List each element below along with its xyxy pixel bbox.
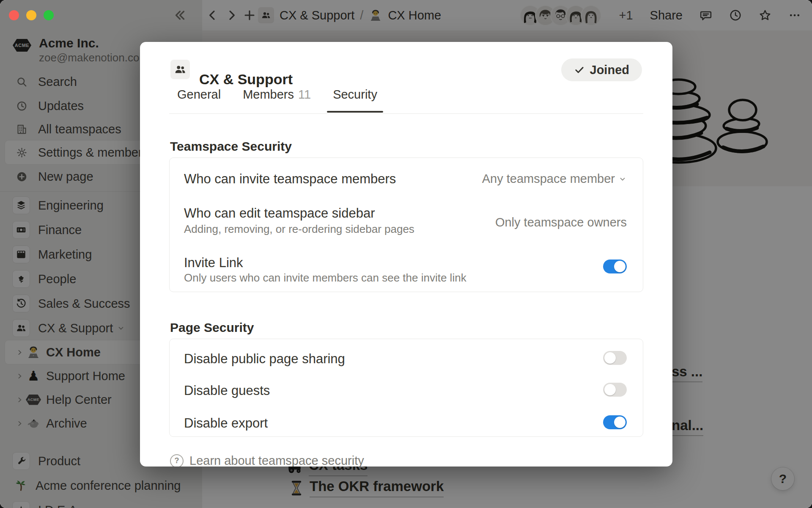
dropdown-value: Any teamspace member	[482, 172, 615, 186]
close-window-button[interactable]	[9, 10, 19, 20]
tab-security[interactable]: Security	[332, 84, 378, 113]
teamspace-security-help-link[interactable]: ? Learn about teamspace security	[170, 454, 364, 467]
sidebar-permission-value: Only teamspace owners	[495, 215, 627, 229]
setting-label: Who can invite teamspace members	[184, 171, 396, 187]
invite-link-toggle[interactable]	[603, 260, 627, 273]
tab-general[interactable]: General	[176, 84, 222, 113]
modal-tabs: General Members11 Security	[176, 84, 378, 113]
disable-public-sharing-toggle[interactable]	[603, 351, 627, 365]
disable-guests-toggle[interactable]	[603, 383, 627, 397]
setting-label: Who can edit teamspace sidebar	[184, 206, 375, 221]
members-count: 11	[298, 88, 311, 101]
setting-label: Invite Link	[184, 255, 243, 271]
teamspace-security-card: Who can invite teamspace members Any tea…	[169, 157, 643, 292]
window-controls	[9, 10, 54, 20]
notion-window: ACME Acme Inc. zoe@makenotion.com Search…	[0, 0, 812, 508]
section-heading-page-security: Page Security	[170, 320, 254, 335]
joined-button[interactable]: Joined	[561, 58, 642, 81]
tab-members[interactable]: Members11	[242, 84, 312, 113]
setting-label: Disable guests	[184, 383, 270, 398]
section-heading-teamspace-security: Teamspace Security	[170, 139, 292, 154]
chevron-down-icon	[618, 175, 627, 183]
question-circle-icon: ?	[170, 454, 184, 467]
disable-export-toggle[interactable]	[603, 415, 627, 429]
help-link-label: Learn about teamspace security	[189, 454, 364, 467]
invite-permission-dropdown[interactable]: Any teamspace member	[482, 172, 627, 186]
check-icon	[574, 64, 585, 75]
setting-description: Adding, removing, or re-ordering sidebar…	[184, 223, 414, 236]
page-security-card: Disable public page sharing Disable gues…	[169, 339, 643, 437]
setting-label: Disable export	[184, 416, 268, 431]
people-icon	[170, 60, 190, 79]
zoom-window-button[interactable]	[44, 10, 54, 20]
value-text: Only teamspace owners	[495, 215, 627, 229]
joined-label: Joined	[590, 63, 629, 77]
setting-description: Only users who can invite members can se…	[184, 271, 466, 284]
tabs-divider	[169, 113, 643, 114]
setting-label: Disable public page sharing	[184, 351, 345, 367]
minimize-window-button[interactable]	[26, 10, 36, 20]
teamspace-settings-modal: CX & Support Joined General Members11 Se…	[140, 42, 672, 467]
